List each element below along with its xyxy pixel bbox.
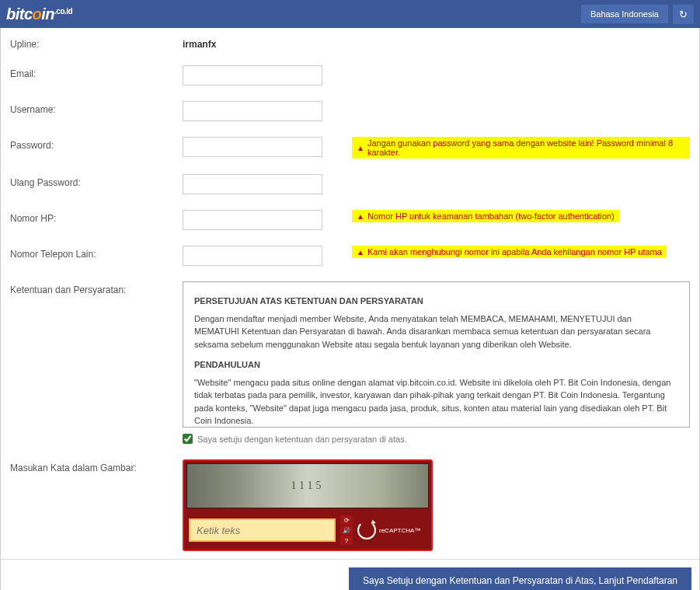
registration-form: Upline: irmanfx Email: Username: Passwor… — [0, 28, 700, 590]
terms-textarea[interactable]: PERSETUJUAN ATAS KETENTUAN DAN PERSYARAT… — [183, 281, 690, 428]
row-captcha: Masukan Kata dalam Gambar: 1115 ⟳ 🔊 ? re… — [1, 452, 699, 559]
agree-row[interactable]: Saya setuju dengan ketentuan dan persyar… — [183, 434, 690, 444]
row-terms: Ketentuan dan Persyaratan: PERSETUJUAN A… — [1, 274, 699, 452]
password-warning: ▲ Jangan gunakan password yang sama deng… — [352, 137, 690, 159]
captcha-refresh-icon[interactable]: ⟳ — [340, 515, 353, 525]
row-repeat-password: Ulang Password: — [1, 166, 699, 202]
repeat-password-input[interactable] — [183, 174, 322, 194]
captcha-widget: 1115 ⟳ 🔊 ? reCAPTCHA™ — [183, 459, 433, 551]
logo: bitcoin.co.id — [6, 5, 72, 23]
email-input[interactable] — [183, 65, 322, 86]
language-selector[interactable]: Bahasa Indonesia — [581, 5, 668, 23]
terms-para2: "Website" mengacu pada situs online deng… — [194, 376, 678, 428]
share-button[interactable]: ↻ — [673, 5, 694, 24]
captcha-label: Masukan Kata dalam Gambar: — [10, 459, 183, 473]
agree-label: Saya setuju dengan ketentuan dan persyar… — [197, 435, 407, 444]
terms-para1: Dengan mendaftar menjadi member Website,… — [194, 312, 678, 351]
row-username: Username: — [1, 93, 699, 129]
captcha-controls: ⟳ 🔊 ? — [340, 515, 353, 545]
captcha-input[interactable] — [189, 518, 336, 542]
upline-label: Upline: — [10, 36, 183, 50]
warning-icon: ▲ — [357, 144, 364, 152]
row-phone: Nomor HP: ▲ Nomor HP untuk keamanan tamb… — [1, 202, 699, 238]
row-upline: Upline: irmanfx — [1, 28, 699, 58]
username-label: Username: — [10, 101, 183, 115]
email-label: Email: — [10, 65, 183, 79]
recaptcha-logo: reCAPTCHA™ — [357, 521, 420, 539]
password-label: Password: — [10, 137, 183, 151]
phone-warning: ▲ Nomor HP untuk keamanan tambahan (two-… — [352, 210, 619, 222]
other-phone-input[interactable] — [183, 246, 322, 266]
header: bitcoin.co.id Bahasa Indonesia ↻ — [0, 0, 700, 28]
repeat-password-label: Ulang Password: — [10, 174, 183, 188]
row-email: Email: — [1, 58, 699, 93]
password-input[interactable] — [183, 137, 322, 157]
captcha-audio-icon[interactable]: 🔊 — [340, 525, 353, 535]
agree-checkbox[interactable] — [183, 434, 193, 444]
submit-button[interactable]: Saya Setuju dengan Ketentuan dan Persyar… — [349, 567, 691, 590]
username-input[interactable] — [183, 101, 322, 121]
captcha-help-icon[interactable]: ? — [340, 536, 353, 545]
terms-heading2: PENDAHULUAN — [194, 358, 678, 372]
phone-input[interactable] — [183, 210, 322, 230]
header-right: Bahasa Indonesia ↻ — [581, 5, 694, 24]
row-other-phone: Nomor Telepon Lain: ▲ Kami akan menghubu… — [1, 238, 699, 274]
terms-label: Ketentuan dan Persyaratan: — [10, 281, 183, 295]
terms-heading1: PERSETUJUAN ATAS KETENTUAN DAN PERSYARAT… — [194, 295, 678, 308]
captcha-image: 1115 — [186, 463, 429, 508]
other-phone-label: Nomor Telepon Lain: — [10, 246, 183, 260]
recaptcha-icon — [357, 521, 376, 539]
phone-label: Nomor HP: — [10, 210, 183, 224]
warning-icon: ▲ — [357, 212, 364, 221]
row-password: Password: ▲ Jangan gunakan password yang… — [1, 129, 699, 166]
warning-icon: ▲ — [357, 248, 364, 257]
other-phone-warning: ▲ Kami akan menghubungi nomor ini apabil… — [352, 246, 667, 258]
share-icon: ↻ — [679, 9, 688, 20]
footer-bar: Saya Setuju dengan Ketentuan dan Persyar… — [1, 559, 699, 590]
upline-value: irmanfx — [183, 36, 216, 50]
